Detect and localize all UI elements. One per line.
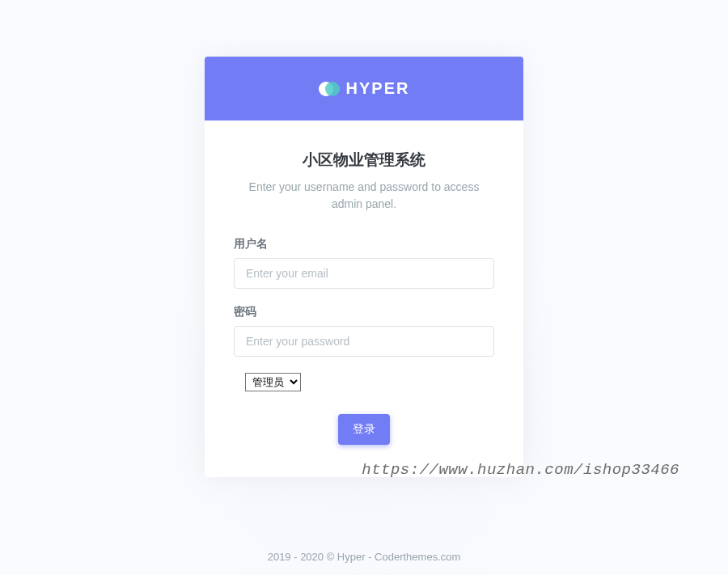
password-label: 密码: [234, 305, 494, 319]
footer-text: 2019 - 2020 © Hyper - Coderthemes.com: [0, 551, 728, 563]
login-button[interactable]: 登录: [338, 414, 390, 445]
username-label: 用户名: [234, 237, 494, 252]
role-select[interactable]: 管理员: [245, 373, 301, 391]
username-group: 用户名: [234, 237, 494, 289]
password-input[interactable]: [234, 326, 494, 357]
password-group: 密码: [234, 305, 494, 357]
card-header: HYPER: [205, 57, 523, 120]
page-title: 小区物业管理系统: [234, 150, 494, 171]
brand-name: HYPER: [346, 79, 410, 98]
role-select-wrapper: 管理员: [245, 373, 494, 391]
watermark-text: https://www.huzhan.com/ishop33466: [362, 461, 679, 479]
page-subtitle: Enter your username and password to acce…: [234, 179, 494, 213]
submit-wrapper: 登录: [234, 414, 494, 445]
login-card: HYPER 小区物业管理系统 Enter your username and p…: [205, 57, 523, 477]
card-body: 小区物业管理系统 Enter your username and passwor…: [205, 120, 523, 477]
logo-icon: [319, 80, 340, 98]
svg-point-1: [325, 82, 340, 96]
username-input[interactable]: [234, 258, 494, 289]
